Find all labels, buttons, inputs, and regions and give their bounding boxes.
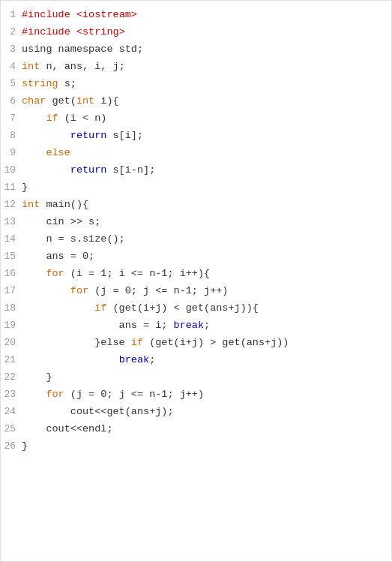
line-content: char get(int i){ bbox=[22, 93, 119, 110]
line-number: 18 bbox=[1, 300, 22, 316]
line-content: break; bbox=[22, 352, 155, 368]
code-line: 26} bbox=[1, 438, 391, 455]
line-number: 9 bbox=[1, 145, 22, 161]
line-content: return s[i]; bbox=[22, 128, 143, 144]
line-content: } bbox=[22, 369, 52, 386]
code-line: 23 for (j = 0; j <= n-1; j++) bbox=[1, 386, 391, 404]
token: int bbox=[76, 95, 94, 107]
token: char bbox=[22, 95, 46, 107]
token: cout<<get(ans+j); bbox=[22, 406, 174, 417]
token bbox=[22, 354, 119, 365]
code-line: 17 for (j = 0; j <= n-1; j++) bbox=[1, 283, 391, 300]
token: i){ bbox=[94, 95, 118, 107]
line-number: 1 bbox=[1, 7, 22, 23]
line-number: 22 bbox=[1, 369, 22, 385]
token: n, ans, i, j; bbox=[40, 61, 124, 72]
line-content: ans = i; break; bbox=[22, 317, 210, 334]
token: cin >> s; bbox=[22, 216, 100, 227]
code-line: 10 return s[i-n]; bbox=[1, 162, 391, 179]
line-content: else bbox=[22, 145, 70, 161]
token: int bbox=[22, 61, 40, 72]
code-line: 15 ans = 0; bbox=[1, 248, 391, 266]
line-content: #include <string> bbox=[22, 24, 125, 41]
code-line: 24 cout<<get(ans+j); bbox=[1, 404, 391, 421]
line-number: 14 bbox=[1, 231, 22, 247]
line-content: ans = 0; bbox=[22, 248, 94, 265]
token: (j = 0; j <= n-1; j++) bbox=[64, 389, 204, 400]
token: if bbox=[94, 302, 106, 314]
code-line: 1#include <iostream> bbox=[1, 7, 391, 24]
token: if bbox=[131, 337, 143, 348]
token: s; bbox=[58, 78, 76, 89]
line-number: 3 bbox=[1, 41, 22, 57]
token bbox=[22, 113, 46, 124]
code-line: 20 }else if (get(i+j) > get(ans+j)) bbox=[1, 335, 391, 352]
line-number: 5 bbox=[1, 76, 22, 92]
token: for bbox=[46, 268, 64, 279]
line-number: 20 bbox=[1, 335, 22, 350]
code-line: 19 ans = i; break; bbox=[1, 317, 391, 335]
token bbox=[22, 268, 46, 279]
line-number: 26 bbox=[1, 438, 22, 454]
code-line: 25 cout<<endl; bbox=[1, 421, 391, 438]
token: } bbox=[22, 371, 52, 383]
line-number: 12 bbox=[1, 197, 22, 212]
line-content: cin >> s; bbox=[22, 214, 100, 230]
token bbox=[22, 130, 70, 141]
line-content: cout<<endl; bbox=[22, 421, 113, 437]
token: using namespace std; bbox=[22, 44, 143, 55]
token: cout<<endl; bbox=[22, 423, 113, 434]
line-number: 17 bbox=[1, 283, 22, 299]
line-content: #include <iostream> bbox=[22, 7, 137, 23]
code-line: 14 n = s.size(); bbox=[1, 231, 391, 248]
line-number: 11 bbox=[1, 179, 22, 195]
line-number: 7 bbox=[1, 110, 22, 126]
token: return bbox=[70, 164, 107, 176]
token: int bbox=[22, 199, 40, 210]
line-number: 2 bbox=[1, 24, 22, 40]
line-content: using namespace std; bbox=[22, 41, 143, 58]
code-line: 9 else bbox=[1, 145, 391, 162]
token bbox=[22, 302, 94, 314]
line-content: return s[i-n]; bbox=[22, 162, 155, 179]
token: else bbox=[46, 147, 70, 158]
line-number: 15 bbox=[1, 248, 22, 264]
token: #include bbox=[22, 26, 76, 38]
line-number: 16 bbox=[1, 266, 22, 281]
line-number: 6 bbox=[1, 93, 22, 109]
code-line: 22 } bbox=[1, 369, 391, 386]
code-editor: 1#include <iostream>2#include <string>3u… bbox=[0, 0, 392, 562]
token bbox=[22, 285, 70, 296]
line-number: 19 bbox=[1, 317, 22, 333]
token: (j = 0; j <= n-1; j++) bbox=[88, 285, 228, 296]
token: #include bbox=[22, 9, 76, 20]
code-line: 2#include <string> bbox=[1, 24, 391, 41]
code-line: 18 if (get(i+j) < get(ans+j)){ bbox=[1, 300, 391, 317]
line-number: 23 bbox=[1, 386, 22, 402]
line-content: if (get(i+j) < get(ans+j)){ bbox=[22, 300, 259, 317]
line-content: string s; bbox=[22, 76, 76, 92]
token: <string> bbox=[76, 26, 125, 38]
token: get( bbox=[46, 95, 76, 107]
line-content: for (j = 0; j <= n-1; j++) bbox=[22, 283, 228, 299]
code-line: 13 cin >> s; bbox=[1, 214, 391, 231]
token: } bbox=[22, 182, 28, 193]
token: for bbox=[70, 285, 88, 296]
code-line: 7 if (i < n) bbox=[1, 110, 391, 128]
line-content: cout<<get(ans+j); bbox=[22, 404, 174, 420]
code-line: 6char get(int i){ bbox=[1, 93, 391, 110]
code-line: 3using namespace std; bbox=[1, 41, 391, 59]
token: (get(i+j) > get(ans+j)) bbox=[143, 337, 289, 348]
line-content: int main(){ bbox=[22, 197, 88, 213]
code-line: 8 return s[i]; bbox=[1, 128, 391, 145]
line-number: 8 bbox=[1, 128, 22, 143]
line-number: 13 bbox=[1, 214, 22, 230]
line-number: 21 bbox=[1, 352, 22, 368]
token: string bbox=[22, 78, 58, 89]
code-line: 12int main(){ bbox=[1, 197, 391, 214]
line-content: for (i = 1; i <= n-1; i++){ bbox=[22, 266, 210, 282]
line-content: int n, ans, i, j; bbox=[22, 59, 125, 75]
token: for bbox=[46, 389, 64, 400]
token: ; bbox=[149, 354, 155, 365]
code-line: 11} bbox=[1, 179, 391, 197]
